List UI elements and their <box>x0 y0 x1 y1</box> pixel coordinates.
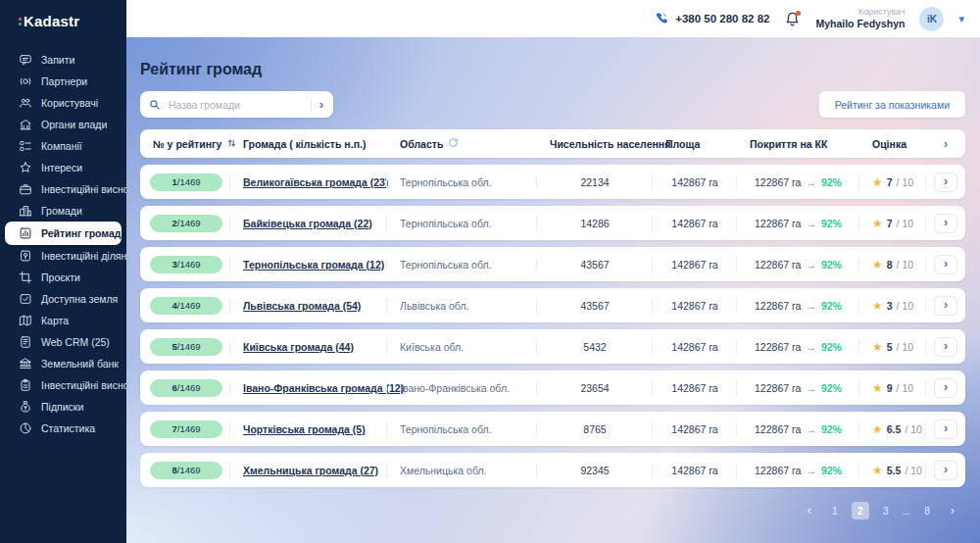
rank-badge: 3/1469 <box>150 256 222 273</box>
avatar[interactable]: iK <box>919 7 944 31</box>
rating-cell: ★ 9 / 10 <box>859 370 926 405</box>
map-icon <box>19 314 32 327</box>
hromada-link[interactable]: Київська громада (44) <box>243 341 354 353</box>
sidebar-item-statystyka[interactable]: Статистика <box>5 418 122 439</box>
support-phone[interactable]: +380 50 280 82 82 <box>655 12 769 25</box>
pagination-page-3[interactable]: 3 <box>877 502 895 519</box>
col-header-oblast[interactable]: Область <box>387 137 537 150</box>
sidebar-item-kompanii[interactable]: Компанії <box>5 135 122 157</box>
chart-icon <box>19 226 32 240</box>
table-row[interactable]: 8/1469 Хмельницька громада (27) Хмельниц… <box>140 453 965 487</box>
pagination-next-button[interactable]: › <box>944 502 961 519</box>
partners-icon <box>19 74 32 88</box>
row-open-button[interactable]: › <box>934 378 957 398</box>
sidebar-item-orhany-vlady[interactable]: Органи влади <box>5 114 122 135</box>
row-open-button[interactable]: › <box>934 420 957 439</box>
pagination-prev-button[interactable]: ‹ <box>801 502 818 519</box>
search-input[interactable] <box>167 98 305 112</box>
table-row[interactable]: 2/1469 Байківецька громада (22) Тернопіл… <box>140 206 965 240</box>
search-submit-button[interactable]: › <box>318 98 325 111</box>
rank-badge: 2/1469 <box>150 215 222 232</box>
sidebar-item-label: Проєкти <box>41 272 80 283</box>
row-open-button[interactable]: › <box>934 255 957 274</box>
arrow-right-icon: → <box>806 423 816 435</box>
table-header-chevron-right-icon[interactable]: › <box>926 137 965 151</box>
search-icon <box>149 99 161 111</box>
sidebar-item-korystuvachi[interactable]: Користувачі <box>5 92 122 114</box>
sidebar-item-investytsiini-vysnovky[interactable]: Інвестиційні висновки <box>5 178 122 200</box>
sidebar-item-zemelnyi-bank[interactable]: Земельний банк <box>5 353 122 374</box>
arrow-right-icon: → <box>806 176 816 188</box>
coverage-cell: 122867 га → 92% <box>737 412 859 446</box>
population-cell: 22134 <box>537 165 653 199</box>
rank-badge: 7/1469 <box>150 420 222 438</box>
table-row[interactable]: 1/1469 Великогаївська громада (23) Терно… <box>140 165 965 199</box>
rating-cell: ★ 5.5 / 10 <box>859 453 926 487</box>
table-row[interactable]: 5/1469 Київська громада (44) Київська об… <box>140 329 965 364</box>
sidebar-item-partnery[interactable]: Партнери <box>5 71 122 92</box>
refresh-icon[interactable] <box>448 137 459 150</box>
coverage-cell: 122867 га → 92% <box>737 247 859 281</box>
table-row[interactable]: 4/1469 Львівська громада (54) Львівська … <box>140 288 965 322</box>
sidebar-item-hromady[interactable]: Громади <box>5 200 122 222</box>
hromada-link[interactable]: Байківецька громада (22) <box>243 218 372 229</box>
sidebar-item-label: Web CRM (25) <box>41 336 110 348</box>
users-icon <box>19 96 32 110</box>
col-header-rank[interactable]: № у рейтингу <box>140 137 230 150</box>
oblast-cell: Львівська обл. <box>387 288 537 322</box>
rating-cell: ★ 8 / 10 <box>859 247 926 281</box>
sidebar-item-investytsiini-vysnovky-2[interactable]: Інвестиційні висновки <box>5 374 122 396</box>
sidebar-item-interesy[interactable]: Інтереси <box>5 157 122 178</box>
notifications-button[interactable] <box>784 11 801 27</box>
hromada-link[interactable]: Львівська громада (54) <box>243 300 361 312</box>
row-open-button[interactable]: › <box>934 461 957 480</box>
pagination-page-2[interactable]: 2 <box>852 502 869 519</box>
hromada-link[interactable]: Великогаївська громада (23) <box>243 176 388 188</box>
row-open-button[interactable]: › <box>934 337 957 357</box>
row-open-button[interactable]: › <box>934 214 957 233</box>
sidebar: Kadastr ЗапитиПартнериКористувачіОргани … <box>0 0 126 543</box>
hromada-link[interactable]: Хмельницька громада (27) <box>243 465 378 476</box>
sidebar-item-label: Інвестиційні ділянки <box>41 250 137 262</box>
hromada-link[interactable]: Тернопільська громада (12) <box>243 259 384 271</box>
row-open-button[interactable]: › <box>934 296 957 316</box>
sidebar-item-web-crm[interactable]: Web CRM (25) <box>5 331 122 353</box>
city-icon <box>19 204 32 218</box>
search-box: › <box>140 91 333 118</box>
rating-cell: ★ 7 / 10 <box>859 206 926 240</box>
bank-icon <box>19 357 32 370</box>
sidebar-item-karta[interactable]: Карта <box>5 310 122 331</box>
arrow-right-icon: → <box>806 465 816 476</box>
document-icon <box>19 335 32 349</box>
sidebar-item-zapyty[interactable]: Запити <box>5 49 122 71</box>
page-title: Рейтинг громад <box>140 61 965 78</box>
sidebar-item-dostupna-zemlia[interactable]: Доступна земля <box>5 288 122 310</box>
hromada-link[interactable]: Івано-Франківська громада (12) <box>243 382 404 394</box>
col-header-area: Площа <box>653 138 737 150</box>
table-row[interactable]: 3/1469 Тернопільська громада (12) Терноп… <box>140 247 965 281</box>
col-header-population: Чисельність населення <box>537 138 653 150</box>
coverage-cell: 122867 га → 92% <box>737 288 859 322</box>
sidebar-item-proiekty[interactable]: Проєкти <box>5 267 122 288</box>
map-check-icon <box>19 292 32 306</box>
table-row[interactable]: 7/1469 Чортківська громада (5) Тернопіль… <box>140 412 965 446</box>
pagination-page-1[interactable]: 1 <box>826 502 844 519</box>
sidebar-item-pidpysky[interactable]: Підписки <box>5 396 122 418</box>
coverage-cell: 122867 га → 92% <box>737 329 859 364</box>
hromada-link[interactable]: Чортківська громада (5) <box>243 423 366 435</box>
arrow-right-icon: → <box>806 341 816 353</box>
pie-icon <box>19 421 32 435</box>
sidebar-item-label: Користувачі <box>41 97 98 109</box>
row-open-button[interactable]: › <box>934 173 957 192</box>
star-icon: ★ <box>872 381 883 395</box>
rating-cell: ★ 6.5 / 10 <box>859 412 926 446</box>
brand-logo[interactable]: Kadastr <box>0 0 126 35</box>
sidebar-item-reitynh-hromad[interactable]: Рейтинг громад <box>5 222 122 245</box>
sidebar-item-investytsiini-dilianky[interactable]: Інвестиційні ділянки <box>5 245 122 267</box>
rating-by-metrics-button[interactable]: Рейтинг за показниками <box>819 91 965 118</box>
rank-badge: 1/1469 <box>150 173 222 191</box>
area-cell: 142867 га <box>653 288 737 322</box>
pagination-page-8[interactable]: 8 <box>918 502 936 519</box>
chevron-down-icon[interactable]: ▾ <box>958 13 964 25</box>
table-row[interactable]: 6/1469 Івано-Франківська громада (12) Ів… <box>140 370 965 405</box>
